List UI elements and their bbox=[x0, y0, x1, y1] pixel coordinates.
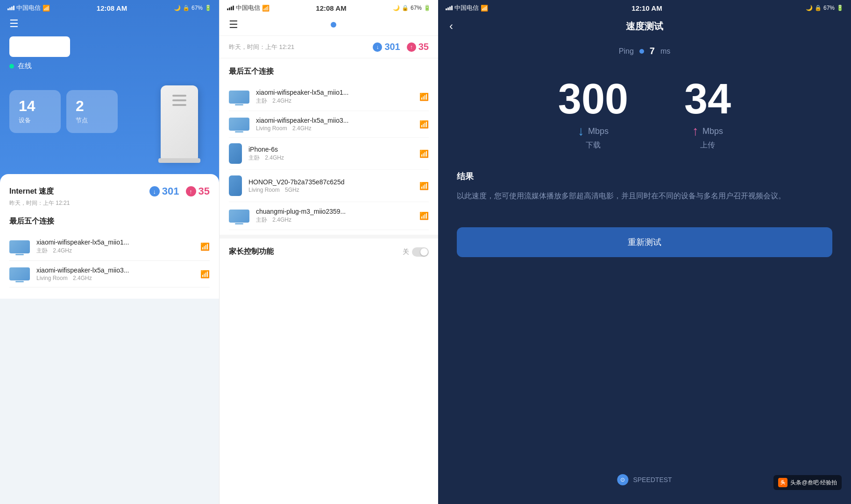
device-info: xiaomi-wifispeaker-lx5a_miio1... 主卧 2.4G… bbox=[36, 238, 200, 255]
list-item: xiaomi-wifispeaker-lx5a_miio3... Living … bbox=[229, 111, 429, 138]
device-meta: 主卧 2.4GHz bbox=[248, 154, 419, 162]
device-freq: 2.4GHz bbox=[272, 98, 291, 104]
plug-icon bbox=[229, 210, 249, 223]
wifi-icon: 📶 bbox=[262, 5, 269, 12]
device-room: 主卧 bbox=[256, 98, 267, 104]
upload-unit-row: ↑ Mbps bbox=[692, 124, 723, 139]
watermark-text: 头条@叁吧·经验拍 bbox=[790, 479, 837, 487]
download-unit-row: ↓ Mbps bbox=[578, 124, 609, 139]
device-name: chuangmi-plug-m3_miio2359... bbox=[256, 208, 419, 215]
panel1-router-home: 中国电信 📶 12:08 AM 🌙 🔒 67% 🔋 ☰ 在线 14 设备 2 bbox=[0, 0, 219, 504]
off-label: 关 bbox=[403, 248, 409, 256]
router-shape-icon bbox=[161, 85, 198, 160]
panel3-header: ‹ 速度测试 bbox=[438, 14, 851, 38]
device-freq: 2.4GHz bbox=[265, 154, 284, 161]
result-text: 以此速度，您可使用流媒体播放多部超高清电影，并且同时在不同的设备与多名用户召开视… bbox=[457, 189, 832, 202]
device-meta: Living Room 2.4GHz bbox=[256, 125, 419, 132]
panel1-carrier-area: 中国电信 📶 bbox=[7, 4, 50, 12]
wifi-icon: 📶 bbox=[419, 120, 429, 129]
online-label: 在线 bbox=[18, 62, 32, 70]
list-item: HONOR_V20-7b2a735e87c625d Living Room 5G… bbox=[229, 170, 429, 202]
device-meta: Living Room 5GHz bbox=[248, 187, 419, 193]
speaker-icon bbox=[229, 118, 249, 131]
upload-arrow-icon: ↑ bbox=[407, 42, 416, 52]
panel3-time: 12:10 AM bbox=[631, 4, 662, 12]
online-dot-icon bbox=[9, 64, 14, 69]
panel2-status-bar: 中国电信 📶 12:08 AM 🌙 🔒 67% 🔋 bbox=[220, 0, 438, 14]
download-value: 301 bbox=[384, 42, 400, 52]
panel1-battery-area: 🌙 🔒 67% 🔋 bbox=[174, 5, 212, 11]
panel2-download-display: ↓ 301 bbox=[373, 42, 400, 52]
moon-icon: 🌙 bbox=[806, 5, 813, 11]
download-type-label: 下载 bbox=[586, 140, 601, 150]
panel2-connections-section: 最后五个连接 xiaomi-wifispeaker-lx5a_miio1... … bbox=[220, 58, 438, 235]
device-meta: Living Room 2.4GHz bbox=[36, 275, 200, 281]
moon-icon: 🌙 bbox=[393, 5, 400, 11]
device-count-card: 14 设备 bbox=[9, 90, 61, 133]
list-item: xiaomi-wifispeaker-lx5a_miio1... 主卧 2.4G… bbox=[229, 83, 429, 111]
device-name: xiaomi-wifispeaker-lx5a_miio1... bbox=[36, 238, 200, 246]
carrier-label: 中国电信 bbox=[16, 4, 41, 12]
speed-timestamp: 昨天，时间：上午 12:21 bbox=[9, 199, 210, 207]
device-meta: 主卧 2.4GHz bbox=[256, 216, 419, 224]
battery-value: 67% bbox=[823, 5, 835, 11]
carrier-label: 中国电信 bbox=[454, 4, 479, 12]
last-connections-title: 最后五个连接 bbox=[9, 217, 210, 226]
result-title: 结果 bbox=[457, 171, 832, 182]
list-item: chuangmi-plug-m3_miio2359... 主卧 2.4GHz 📶 bbox=[229, 202, 429, 230]
download-mbps-label: Mbps bbox=[588, 126, 609, 136]
device-meta: 主卧 2.4GHz bbox=[256, 97, 419, 105]
panel1-time: 12:08 AM bbox=[97, 4, 127, 12]
device-name: xiaomi-wifispeaker-lx5a_miio1... bbox=[256, 89, 419, 96]
panel2-battery-area: 🌙 🔒 67% 🔋 bbox=[393, 5, 431, 11]
download-speed-display: ↓ 301 bbox=[149, 185, 179, 197]
device-name: xiaomi-wifispeaker-lx5a_miio3... bbox=[36, 266, 200, 274]
download-value: 301 bbox=[162, 185, 179, 197]
download-arrow-big-icon: ↓ bbox=[578, 124, 584, 139]
speed-display-area: 300 ↓ Mbps 下载 34 ↑ Mbps 上传 bbox=[438, 64, 851, 160]
wifi-icon: 📶 bbox=[419, 149, 429, 158]
ping-section: Ping 7 ms bbox=[438, 38, 851, 64]
wifi-icon: 📶 bbox=[419, 211, 429, 220]
retest-button[interactable]: 重新测试 bbox=[457, 227, 832, 257]
device-room: Living Room bbox=[248, 187, 280, 193]
upload-value: 35 bbox=[199, 185, 210, 197]
wifi-status-icon: 📶 bbox=[43, 5, 50, 12]
panel2-upload-display: ↑ 35 bbox=[407, 42, 429, 52]
signal-bars-icon bbox=[7, 6, 14, 10]
parental-toggle[interactable]: 关 bbox=[403, 247, 429, 257]
wifi-icon: 📶 bbox=[481, 5, 488, 12]
panel2-device-list: 中国电信 📶 12:08 AM 🌙 🔒 67% 🔋 ☰ 昨天，时间：上午 12:… bbox=[219, 0, 438, 504]
signal-bars-icon bbox=[227, 6, 234, 10]
speaker-device-icon bbox=[9, 267, 30, 280]
speedtest-logo-icon: ⊙ bbox=[617, 474, 628, 485]
menu-button[interactable]: ☰ bbox=[9, 18, 210, 30]
node-count: 2 bbox=[76, 98, 108, 113]
back-button[interactable]: ‹ bbox=[449, 20, 453, 33]
speaker-icon bbox=[229, 91, 249, 104]
device-count: 14 bbox=[19, 98, 51, 113]
wifi-icon: 📶 bbox=[419, 182, 429, 190]
phone-icon bbox=[229, 175, 242, 196]
panel2-connections-title: 最后五个连接 bbox=[229, 67, 429, 77]
upload-arrow-big-icon: ↑ bbox=[692, 124, 699, 139]
device-meta: 主卧 2.4GHz bbox=[36, 247, 200, 255]
watermark-logo-icon: 头 bbox=[778, 478, 787, 487]
battery-label: 67% bbox=[191, 5, 203, 11]
page-title: 速度测试 bbox=[626, 20, 663, 33]
active-dot-icon bbox=[331, 22, 336, 28]
wifi-icon: 📶 bbox=[200, 242, 210, 251]
moon-icon: 🌙 bbox=[174, 5, 181, 11]
carrier-label: 中国电信 bbox=[236, 4, 260, 12]
menu-button[interactable]: ☰ bbox=[229, 19, 238, 31]
upload-speed-display: ↑ 35 bbox=[186, 185, 210, 197]
internet-speed-section: Internet 速度 ↓ 301 ↑ 35 昨天，时间：上午 12:21 bbox=[9, 185, 210, 207]
device-freq: 2.4GHz bbox=[73, 275, 92, 281]
download-arrow-icon: ↓ bbox=[373, 42, 382, 52]
panel2-speed-row: 昨天，时间：上午 12:21 ↓ 301 ↑ 35 bbox=[229, 42, 429, 52]
panel3-status-bar: 中国电信 📶 12:10 AM 🌙 🔒 67% 🔋 bbox=[438, 0, 851, 14]
lock-icon: 🔒 bbox=[183, 5, 190, 11]
device-room: Living Room bbox=[36, 275, 68, 281]
download-speed-col: 300 ↓ Mbps 下载 bbox=[558, 78, 628, 150]
internet-speed-header: Internet 速度 ↓ 301 ↑ 35 bbox=[9, 185, 210, 197]
